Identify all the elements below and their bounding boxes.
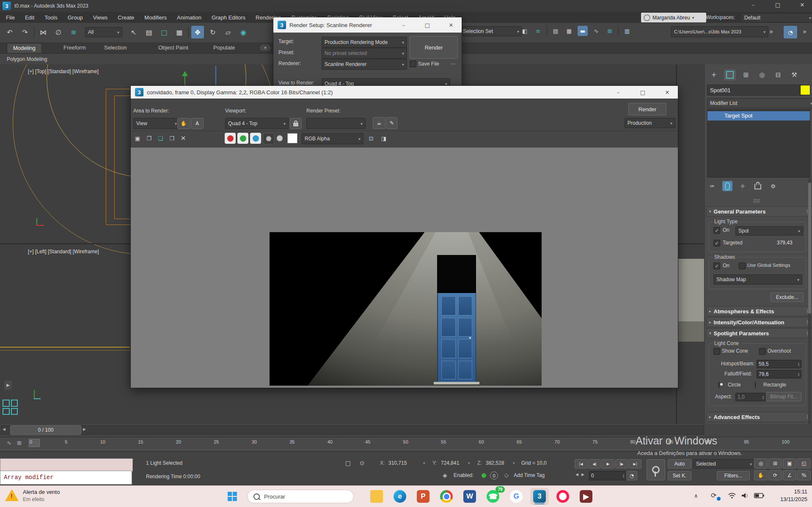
target-dropdown[interactable]: Production Rendering Mode ▾ <box>322 37 407 48</box>
make-unique-icon[interactable]: ❖ <box>738 181 748 191</box>
pin-stack-icon[interactable]: ✑ <box>707 181 717 191</box>
time-slider-handle[interactable]: 0 / 100 <box>10 425 81 435</box>
display-panel-tab[interactable]: ⊟ <box>772 69 784 80</box>
taskbar-word-icon[interactable]: W <box>460 488 479 505</box>
blue-channel-button[interactable] <box>250 133 261 144</box>
viewport-lock-icon[interactable] <box>290 118 302 129</box>
taskbar-chrome-icon[interactable] <box>437 488 456 505</box>
rectangular-selection-icon[interactable]: □ <box>158 26 171 38</box>
frame-minimize-button[interactable]: – <box>612 89 625 96</box>
ribbon-minimize-icon[interactable]: ▾ <box>260 45 271 51</box>
utilities-panel-tab[interactable]: ⚒ <box>788 69 800 80</box>
key-mode-right-icon[interactable]: ▶ <box>581 472 584 477</box>
previous-frame-icon[interactable]: ◀ <box>3 427 6 431</box>
frame-viewport-dropdown[interactable]: Quad 4 - Top ▾ <box>225 118 289 129</box>
panel-resize-grip[interactable] <box>753 199 760 203</box>
material-editor-icon[interactable]: ▥ <box>622 26 632 36</box>
menu-item[interactable]: Modifiers <box>144 14 167 21</box>
select-link-icon[interactable]: ⋈ <box>37 26 50 38</box>
track-bar-ruler[interactable]: ∿ ⊞ 051015202530354045505560657075808590… <box>0 437 812 451</box>
channel-display-dropdown[interactable]: RGB Alpha ▾ <box>302 133 363 144</box>
rollout-atmospheres[interactable]: ▸Atmospheres & Effects <box>706 306 812 316</box>
preset-dropdown[interactable]: No preset selected ▾ <box>322 48 407 59</box>
target-distance-value[interactable]: 379,43 <box>777 240 793 246</box>
set-keys-button[interactable] <box>647 459 665 480</box>
wifi-icon[interactable] <box>728 492 736 499</box>
selection-filter-dropdown[interactable]: All ▾ <box>85 27 122 37</box>
dialog-maximize-button[interactable]: □ <box>421 22 434 28</box>
clone-window-icon[interactable]: ❏ <box>155 133 165 143</box>
modifier-list-dropdown[interactable]: Modifier List ▾ <box>707 98 812 108</box>
undo-icon[interactable]: ↶ <box>3 26 16 38</box>
render-setup-toolbar-icon[interactable]: ◔ <box>784 26 797 38</box>
orbit-icon[interactable]: ⟳ <box>768 470 782 480</box>
unlink-icon[interactable]: ∅ <box>52 26 65 38</box>
adaptive-degradation-shield-icon[interactable]: ◈ <box>443 472 447 479</box>
search-input[interactable]: Procurar <box>247 490 354 503</box>
frame-close-button[interactable]: ✕ <box>661 89 674 96</box>
light-on-checkbox[interactable]: ✓ <box>713 227 720 234</box>
play-animation-tab-icon[interactable]: ▶ <box>4 381 12 390</box>
rendered-image[interactable] <box>270 232 542 386</box>
track-filter-icon[interactable]: ⊞ <box>17 440 22 446</box>
window-crossing-icon[interactable]: ▦ <box>173 26 186 38</box>
menu-item[interactable]: Graph Editors <box>212 14 245 21</box>
start-button[interactable] <box>228 492 237 501</box>
rollout-advanced-effects[interactable]: ▸Advanced Effects <box>706 412 812 422</box>
set-key-button[interactable]: Set K. <box>668 471 691 480</box>
configure-modifier-sets-icon[interactable]: ⚙ <box>768 181 778 191</box>
object-name-field[interactable]: Spot001 <box>707 85 803 96</box>
auto-key-button[interactable]: Auto <box>668 459 691 469</box>
menu-item[interactable]: Edit <box>25 14 34 21</box>
z-coordinate[interactable]: 382,528 <box>486 460 504 466</box>
add-time-tag[interactable]: Add Time Tag <box>514 472 545 478</box>
targeted-checkbox[interactable]: ✓ <box>713 240 720 247</box>
circle-radio[interactable] <box>718 381 719 388</box>
account-chip[interactable]: Margarida Abreu ▾ <box>641 13 706 22</box>
weather-title[interactable]: Alerta de vento <box>23 489 60 495</box>
zoom-region-icon[interactable]: ◱ <box>797 458 811 469</box>
redo-icon[interactable]: ↷ <box>19 26 31 38</box>
hierarchy-panel-tab[interactable]: ⊞ <box>740 69 752 80</box>
tab-populate[interactable]: Populate <box>207 43 241 52</box>
select-by-name-icon[interactable]: ▤ <box>143 26 155 38</box>
zoom-extents-icon[interactable]: ▣ <box>783 458 796 469</box>
render-setup-teapot-icon[interactable]: ☕ <box>373 117 385 129</box>
shadows-on-checkbox[interactable]: ✓ <box>713 263 720 269</box>
layer-compare-icon[interactable]: ⊡ <box>366 133 376 143</box>
rollout-intensity[interactable]: ▸Intensity/Color/Attenuation <box>706 317 812 327</box>
save-image-icon[interactable]: ▣ <box>132 133 143 143</box>
renderer-dropdown[interactable]: Scanline Renderer ▾ <box>322 59 407 70</box>
key-filters-button[interactable]: Filters... <box>717 471 750 480</box>
select-move-icon[interactable]: ✥ <box>191 26 204 38</box>
modify-panel-tab[interactable] <box>724 69 736 80</box>
taskbar-3dsmax-icon[interactable]: 3 <box>530 488 549 505</box>
angle-snap-icon[interactable]: ∠ <box>783 470 796 480</box>
frame-maximize-button[interactable]: □ <box>636 89 649 96</box>
monochrome-channel-button[interactable] <box>263 133 275 145</box>
close-button[interactable]: ✕ <box>796 2 809 8</box>
hotspot-spinner[interactable]: 59,5 ▴▾ <box>757 360 801 368</box>
taskbar-opera-icon[interactable] <box>553 488 572 505</box>
tab-object-paint[interactable]: Object Paint <box>152 43 194 52</box>
next-frame-button[interactable]: |▶ <box>615 459 628 469</box>
polygon-modeling-label[interactable]: Polygon Modeling <box>7 56 47 62</box>
area-to-render-dropdown[interactable]: View ▾ <box>133 118 180 129</box>
zoom-icon[interactable]: ◎ <box>754 458 768 469</box>
shadow-type-dropdown[interactable]: Shadow Map ▾ <box>713 274 802 285</box>
dialog-minimize-button[interactable]: – <box>397 22 410 28</box>
aspect-spinner[interactable]: 1,0 ▴▾ <box>735 393 766 401</box>
menu-item[interactable]: Create <box>118 14 134 21</box>
use-center-icon[interactable]: ◉ <box>237 26 250 38</box>
frame-window-titlebar[interactable]: 3 convidado, frame 0, Display Gamma: 2,2… <box>131 86 678 99</box>
battery-icon[interactable] <box>754 493 764 498</box>
workspaces-dropdown[interactable]: Default ▾ <box>741 13 812 22</box>
taskbar-media-player-icon[interactable]: ▶ <box>577 488 595 505</box>
panel-scrollbar-thumb[interactable] <box>808 183 811 314</box>
taskbar-file-explorer-icon[interactable] <box>367 488 386 505</box>
tray-sync-icon[interactable]: ⟳ <box>711 491 716 499</box>
copy-image-icon[interactable]: ❐ <box>144 133 154 143</box>
current-frame-field[interactable]: 0 ▴▾ <box>589 471 626 480</box>
environment-swatch-icon[interactable]: ✎ <box>386 117 397 129</box>
x-coordinate[interactable]: 310,715 <box>388 460 407 466</box>
